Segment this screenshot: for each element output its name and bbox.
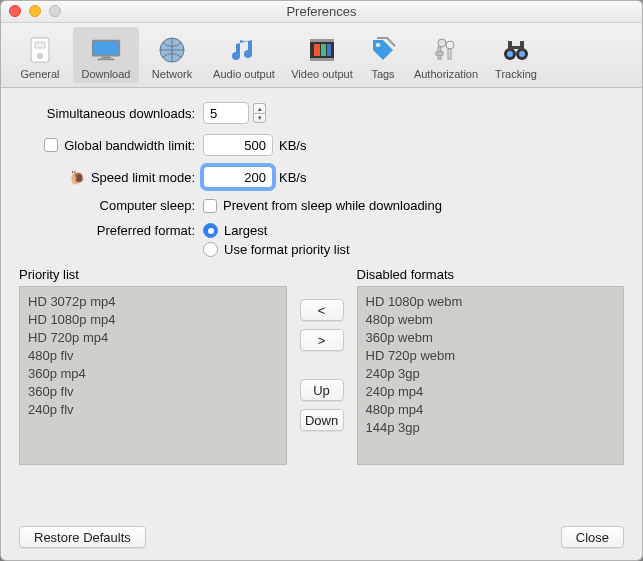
row-global-bandwidth: Global bandwidth limit: KB/s <box>19 134 624 156</box>
computer-sleep-label: Computer sleep: <box>19 198 203 213</box>
list-item[interactable]: 240p mp4 <box>366 383 616 401</box>
list-item[interactable]: 360p flv <box>28 383 278 401</box>
download-icon <box>90 34 122 66</box>
speed-limit-input[interactable] <box>203 166 273 188</box>
svg-point-14 <box>376 43 380 47</box>
stepper-up-icon[interactable]: ▴ <box>253 103 266 113</box>
svg-rect-1 <box>35 42 45 48</box>
close-window-icon[interactable] <box>9 5 21 17</box>
unit-label: KB/s <box>279 138 306 153</box>
general-icon <box>24 34 56 66</box>
tab-label: Tracking <box>495 68 537 80</box>
format-priority-radio[interactable] <box>203 242 218 257</box>
lists-row: Priority list HD 3072p mp4HD 1080p mp4HD… <box>19 267 624 465</box>
move-left-button[interactable]: < <box>300 299 344 321</box>
svg-rect-24 <box>512 46 520 49</box>
video-icon <box>306 34 338 66</box>
tab-authorization[interactable]: Authorization <box>405 27 487 83</box>
tab-tags[interactable]: Tags <box>361 27 405 83</box>
svg-rect-22 <box>508 41 512 51</box>
disabled-listbox[interactable]: HD 1080p webm480p webm360p webmHD 720p w… <box>357 286 625 465</box>
svg-point-25 <box>507 51 513 57</box>
disabled-column: Disabled formats HD 1080p webm480p webm3… <box>357 267 625 465</box>
prevent-sleep-checkbox[interactable] <box>203 199 217 213</box>
list-item[interactable]: 360p mp4 <box>28 365 278 383</box>
list-item[interactable]: HD 1080p mp4 <box>28 311 278 329</box>
row-simultaneous: Simultaneous downloads: ▴ ▾ <box>19 102 624 124</box>
global-bandwidth-checkbox[interactable] <box>44 138 58 152</box>
tab-video-output[interactable]: Video output <box>283 27 361 83</box>
tab-label: Network <box>152 68 192 80</box>
close-button[interactable]: Close <box>561 526 624 548</box>
row-preferred-format-1: Preferred format: Largest <box>19 223 624 238</box>
minimize-window-icon[interactable] <box>29 5 41 17</box>
simultaneous-label: Simultaneous downloads: <box>19 106 203 121</box>
download-pane: Simultaneous downloads: ▴ ▾ Global bandw… <box>1 88 642 475</box>
move-down-button[interactable]: Down <box>300 409 344 431</box>
svg-rect-5 <box>101 57 110 59</box>
priority-list-title: Priority list <box>19 267 287 282</box>
window-title: Preferences <box>286 4 356 19</box>
format-largest-radio[interactable] <box>203 223 218 238</box>
disabled-list-title: Disabled formats <box>357 267 625 282</box>
binoculars-icon <box>500 34 532 66</box>
move-right-button[interactable]: > <box>300 329 344 351</box>
tab-audio-output[interactable]: Audio output <box>205 27 283 83</box>
list-item[interactable]: 480p mp4 <box>366 401 616 419</box>
stepper-down-icon[interactable]: ▾ <box>253 113 266 123</box>
svg-rect-10 <box>310 58 334 61</box>
simultaneous-stepper[interactable]: ▴ ▾ <box>253 103 266 123</box>
titlebar: Preferences <box>1 1 642 23</box>
list-item[interactable]: 240p 3gp <box>366 365 616 383</box>
tab-label: Download <box>82 68 131 80</box>
tab-label: Video output <box>291 68 353 80</box>
list-item[interactable]: HD 3072p mp4 <box>28 293 278 311</box>
tab-tracking[interactable]: Tracking <box>487 27 545 83</box>
priority-listbox[interactable]: HD 3072p mp4HD 1080p mp4HD 720p mp4480p … <box>19 286 287 465</box>
svg-rect-9 <box>310 39 334 42</box>
tab-download[interactable]: Download <box>73 27 139 83</box>
window-controls <box>9 5 61 17</box>
authorization-icon <box>430 34 462 66</box>
svg-rect-4 <box>94 42 118 55</box>
row-preferred-format-2: Use format priority list <box>19 242 624 257</box>
preferences-window: Preferences General Download Network Aud… <box>0 0 643 561</box>
unit-label: KB/s <box>279 170 306 185</box>
format-priority-label: Use format priority list <box>224 242 350 257</box>
svg-rect-13 <box>327 44 331 56</box>
list-item[interactable]: 360p webm <box>366 329 616 347</box>
svg-point-15 <box>438 39 446 47</box>
tab-general[interactable]: General <box>7 27 73 83</box>
row-computer-sleep: Computer sleep: Prevent from sleep while… <box>19 198 624 213</box>
list-item[interactable]: 240p flv <box>28 401 278 419</box>
global-bandwidth-input[interactable] <box>203 134 273 156</box>
list-item[interactable]: 480p flv <box>28 347 278 365</box>
audio-icon <box>228 34 260 66</box>
list-item[interactable]: 144p 3gp <box>366 419 616 437</box>
svg-rect-23 <box>520 41 524 51</box>
simultaneous-input[interactable] <box>203 102 249 124</box>
snail-icon: 🐌 <box>69 170 85 185</box>
svg-rect-12 <box>321 44 326 56</box>
format-largest-label: Largest <box>224 223 267 238</box>
row-speed-limit: 🐌 Speed limit mode: KB/s <box>19 166 624 188</box>
tab-network[interactable]: Network <box>139 27 205 83</box>
tab-label: Audio output <box>213 68 275 80</box>
svg-rect-19 <box>436 52 443 55</box>
svg-point-16 <box>446 41 454 49</box>
list-item[interactable]: HD 720p webm <box>366 347 616 365</box>
list-item[interactable]: HD 720p mp4 <box>28 329 278 347</box>
svg-rect-11 <box>314 44 320 56</box>
prevent-sleep-label: Prevent from sleep while downloading <box>223 198 442 213</box>
move-up-button[interactable]: Up <box>300 379 344 401</box>
footer: Restore Defaults Close <box>1 514 642 560</box>
list-item[interactable]: HD 1080p webm <box>366 293 616 311</box>
svg-point-26 <box>519 51 525 57</box>
preferred-format-label: Preferred format: <box>19 223 203 238</box>
tab-label: General <box>20 68 59 80</box>
svg-point-2 <box>38 54 43 59</box>
global-bandwidth-label: Global bandwidth limit: <box>64 138 195 153</box>
svg-rect-18 <box>448 49 451 59</box>
list-item[interactable]: 480p webm <box>366 311 616 329</box>
restore-defaults-button[interactable]: Restore Defaults <box>19 526 146 548</box>
